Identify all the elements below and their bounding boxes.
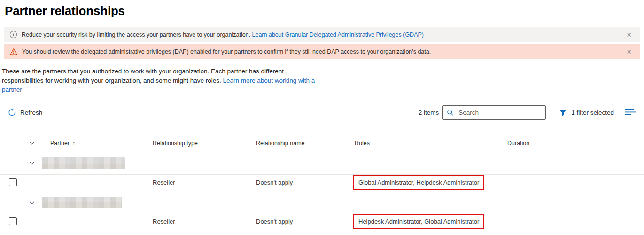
command-bar-right: 2 items 1 filter selected bbox=[419, 105, 640, 120]
refresh-label: Refresh bbox=[20, 109, 42, 116]
roles-annotation-box: Global Administrator, Helpdesk Administr… bbox=[353, 175, 484, 190]
redacted-partner-name bbox=[42, 197, 122, 208]
roles-annotation-box: Helpdesk Administrator, Global Administr… bbox=[353, 214, 484, 229]
column-header-duration[interactable]: Duration bbox=[507, 140, 644, 147]
info-message-bar: i Reduce your security risk by limiting … bbox=[4, 27, 640, 42]
info-icon: i bbox=[10, 31, 17, 38]
relationship-type-cell: Reseller bbox=[153, 179, 256, 186]
column-header-relationship-name[interactable]: Relationship name bbox=[256, 140, 355, 147]
warning-message-text: You should review the delegated administ… bbox=[22, 48, 431, 55]
roles-cell: Global Administrator, Helpdesk Administr… bbox=[355, 175, 507, 190]
relationship-name-cell: Doesn't apply bbox=[256, 179, 355, 186]
chevron-down-icon bbox=[28, 199, 36, 206]
row-checkbox[interactable] bbox=[9, 178, 17, 186]
close-icon[interactable]: ✕ bbox=[624, 31, 634, 39]
column-header-partner-label: Partner bbox=[50, 140, 70, 147]
collapse-all-chevron[interactable] bbox=[23, 141, 41, 146]
row-select-cell bbox=[0, 178, 23, 187]
column-header-roles[interactable]: Roles bbox=[355, 140, 507, 147]
filter-lines-icon[interactable] bbox=[623, 107, 638, 118]
intro-paragraph: These are the partners that you authoriz… bbox=[2, 67, 316, 94]
info-message-text: Reduce your security risk by limiting th… bbox=[22, 31, 250, 38]
redacted-partner-name bbox=[42, 157, 125, 169]
close-icon[interactable]: ✕ bbox=[624, 47, 634, 56]
chevron-down-icon bbox=[29, 141, 35, 146]
column-header-relationship-type[interactable]: Relationship type bbox=[153, 140, 256, 147]
info-message: Reduce your security risk by limiting th… bbox=[22, 31, 424, 38]
partner-name-cell bbox=[41, 157, 153, 169]
table-row-group-2[interactable] bbox=[0, 191, 644, 214]
relationship-type-cell: Reseller bbox=[153, 218, 256, 225]
search-icon bbox=[447, 109, 454, 116]
relationship-name-cell: Doesn't apply bbox=[256, 218, 355, 225]
command-bar: Refresh 2 items 1 filter selected bbox=[4, 101, 640, 120]
row-expand-chevron[interactable] bbox=[23, 160, 41, 166]
page-title: Partner relationships bbox=[5, 3, 644, 19]
partners-table: Partner ↑ Relationship type Relationship… bbox=[0, 135, 644, 229]
filter-icon bbox=[559, 109, 567, 117]
warning-message-bar: You should review the delegated administ… bbox=[4, 44, 640, 59]
table-row-group-1[interactable] bbox=[0, 152, 644, 175]
row-expand-chevron[interactable] bbox=[23, 199, 41, 206]
message-bars: i Reduce your security risk by limiting … bbox=[4, 27, 640, 59]
search-input[interactable] bbox=[458, 109, 542, 117]
search-box[interactable] bbox=[442, 105, 546, 120]
filter-selected-label: 1 filter selected bbox=[571, 109, 614, 116]
row-checkbox[interactable] bbox=[9, 217, 17, 225]
warning-icon bbox=[10, 48, 17, 55]
refresh-button[interactable]: Refresh bbox=[8, 107, 45, 118]
table-row-item-2[interactable]: Reseller Doesn't apply Helpdesk Administ… bbox=[0, 214, 644, 229]
row-select-cell bbox=[0, 217, 23, 226]
table-row-item-1[interactable]: Reseller Doesn't apply Global Administra… bbox=[0, 175, 644, 191]
sort-ascending-icon: ↑ bbox=[72, 140, 75, 147]
gdap-learn-link[interactable]: Learn about Granular Delegated Administr… bbox=[252, 31, 424, 38]
table-header-row: Partner ↑ Relationship type Relationship… bbox=[0, 135, 644, 152]
partner-name-cell bbox=[41, 197, 153, 208]
chevron-down-icon bbox=[28, 160, 36, 166]
items-count: 2 items bbox=[419, 109, 439, 116]
roles-cell: Helpdesk Administrator, Global Administr… bbox=[355, 214, 507, 229]
column-header-partner[interactable]: Partner ↑ bbox=[41, 140, 153, 147]
refresh-icon bbox=[8, 109, 16, 117]
filter-selected-control[interactable]: 1 filter selected bbox=[559, 109, 614, 117]
